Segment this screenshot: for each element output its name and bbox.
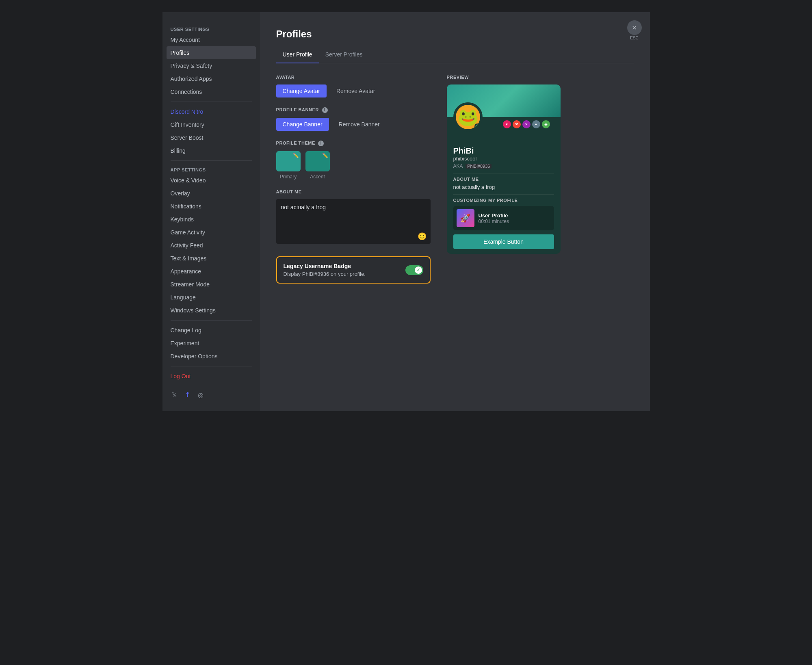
user-settings-label: USER SETTINGS — [167, 24, 256, 33]
badge-3: ✕ — [522, 120, 531, 128]
twitter-icon[interactable]: 𝕏 — [171, 391, 179, 399]
legacy-badge-text: Legacy Username Badge Display PhiBi#8936… — [284, 263, 366, 277]
badge-5: ◉ — [542, 120, 550, 128]
sidebar-item-keybinds[interactable]: Keybinds — [167, 213, 256, 226]
profile-avatar-area: 🐸 ♥ ❤ ✕ ● ◉ — [447, 117, 561, 128]
profile-info: PhiBi phibiscool AKA PhiBi#8936 ABOUT ME… — [447, 128, 561, 254]
toggle-track[interactable]: ✓ — [405, 265, 423, 275]
sidebar-item-developer-options[interactable]: Developer Options — [167, 350, 256, 363]
activity-info: User Profile 00:01 minutes — [479, 212, 551, 224]
close-container[interactable]: × ESC — [627, 20, 642, 40]
sidebar-item-gift-inventory[interactable]: Gift Inventory — [167, 118, 256, 131]
theme-accent-swatch[interactable]: ✏️ — [305, 151, 330, 171]
sidebar-item-change-log[interactable]: Change Log — [167, 324, 256, 337]
activity-thumbnail: 🚀 — [457, 209, 474, 227]
example-button[interactable]: Example Button — [453, 234, 554, 249]
sidebar-item-privacy[interactable]: Privacy & Safety — [167, 59, 256, 72]
banner-info-icon[interactable]: i — [322, 107, 328, 113]
preview-label: PREVIEW — [447, 75, 569, 80]
sidebar-item-authorized-apps[interactable]: Authorized Apps — [167, 72, 256, 85]
activity-title: User Profile — [479, 212, 551, 219]
sidebar-divider-2 — [171, 160, 252, 161]
change-banner-button[interactable]: Change Banner — [276, 118, 329, 131]
remove-avatar-button[interactable]: Remove Avatar — [330, 84, 381, 97]
online-status-dot — [474, 123, 480, 129]
badge-1: ♥ — [503, 120, 511, 128]
tab-user-profile[interactable]: User Profile — [276, 48, 319, 63]
legacy-badge-section: Legacy Username Badge Display PhiBi#8936… — [276, 256, 431, 284]
content-right: PREVIEW 🐸 ♥ ❤ ✕ ● — [447, 75, 569, 284]
sidebar-item-voice-video[interactable]: Voice & Video — [167, 174, 256, 187]
sidebar-item-activity-feed[interactable]: Activity Feed — [167, 239, 256, 252]
theme-primary-item: ✏️ Primary — [276, 151, 301, 180]
settings-container: USER SETTINGS My Account Profiles Privac… — [162, 12, 650, 411]
avatar-button-group: Change Avatar Remove Avatar — [276, 84, 431, 97]
sidebar-item-text-images[interactable]: Text & Images — [167, 252, 256, 265]
tab-server-profiles[interactable]: Server Profiles — [319, 48, 369, 63]
remove-banner-button[interactable]: Remove Banner — [332, 118, 386, 131]
primary-edit-icon: ✏️ — [293, 153, 299, 158]
sidebar-item-experiment[interactable]: Experiment — [167, 337, 256, 350]
sidebar-divider-4 — [171, 366, 252, 366]
about-section-label: ABOUT ME — [276, 189, 431, 194]
sidebar-item-windows-settings[interactable]: Windows Settings — [167, 304, 256, 317]
theme-primary-label: Primary — [280, 174, 297, 180]
sidebar-divider-3 — [171, 320, 252, 321]
social-links: 𝕏 f ◎ — [167, 387, 256, 403]
badge-2: ❤ — [513, 120, 521, 128]
sidebar-item-appearance[interactable]: Appearance — [167, 265, 256, 278]
sidebar-item-discord-nitro[interactable]: Discord Nitro — [167, 105, 256, 118]
page-title: Profiles — [276, 28, 634, 40]
legacy-badge-toggle[interactable]: ✓ — [405, 265, 423, 275]
toggle-thumb: ✓ — [415, 266, 422, 274]
esc-label: ESC — [630, 36, 639, 40]
sidebar-item-notifications[interactable]: Notifications — [167, 200, 256, 213]
profile-aka-tag: PhiBi#8936 — [466, 164, 492, 169]
sidebar-item-game-activity[interactable]: Game Activity — [167, 226, 256, 239]
profile-customizing-label: CUSTOMIZING MY PROFILE — [453, 198, 554, 203]
profile-aka: AKA PhiBi#8936 — [453, 163, 554, 169]
theme-info-icon[interactable]: i — [318, 141, 324, 146]
profile-divider-2 — [453, 194, 554, 195]
main-content: × ESC Profiles User Profile Server Profi… — [260, 12, 650, 411]
theme-primary-swatch[interactable]: ✏️ — [276, 151, 301, 171]
banner-button-group: Change Banner Remove Banner — [276, 118, 431, 131]
change-avatar-button[interactable]: Change Avatar — [276, 84, 327, 97]
sidebar-item-streamer-mode[interactable]: Streamer Mode — [167, 278, 256, 291]
profile-avatar: 🐸 — [453, 102, 483, 132]
profile-display-name: PhiBi — [453, 146, 554, 156]
sidebar-divider-1 — [171, 102, 252, 102]
content-left: AVATAR Change Avatar Remove Avatar PROFI… — [276, 75, 431, 284]
sidebar-item-connections[interactable]: Connections — [167, 85, 256, 98]
sidebar: USER SETTINGS My Account Profiles Privac… — [162, 12, 260, 411]
profile-about-label: ABOUT ME — [453, 177, 554, 182]
toggle-check-icon: ✓ — [417, 268, 420, 272]
close-button[interactable]: × — [627, 20, 642, 35]
profile-activity: 🚀 User Profile 00:01 minutes — [453, 206, 554, 230]
sidebar-item-profiles[interactable]: Profiles — [167, 46, 256, 59]
sidebar-item-my-account[interactable]: My Account — [167, 33, 256, 46]
badge-4: ● — [532, 120, 540, 128]
theme-accent-item: ✏️ Accent — [305, 151, 330, 180]
about-me-container: not actually a frog 🙂 — [276, 199, 431, 245]
sidebar-item-billing[interactable]: Billing — [167, 144, 256, 157]
legacy-badge-title: Legacy Username Badge — [284, 263, 366, 269]
content-columns: AVATAR Change Avatar Remove Avatar PROFI… — [276, 75, 634, 284]
profile-username: phibiscool — [453, 156, 554, 162]
sidebar-item-server-boost[interactable]: Server Boost — [167, 131, 256, 144]
emoji-button[interactable]: 🙂 — [418, 232, 427, 241]
profile-about-text: not actually a frog — [453, 184, 554, 190]
app-settings-label: APP SETTINGS — [167, 164, 256, 174]
facebook-icon[interactable]: f — [184, 391, 192, 399]
profile-divider-1 — [453, 173, 554, 173]
instagram-icon[interactable]: ◎ — [197, 391, 205, 399]
activity-icon: 🚀 — [460, 213, 470, 223]
avatar-section-label: AVATAR — [276, 75, 431, 80]
theme-accent-label: Accent — [310, 174, 325, 180]
sidebar-item-log-out[interactable]: Log Out — [167, 370, 256, 383]
about-me-input[interactable]: not actually a frog — [276, 199, 431, 244]
tabs: User Profile Server Profiles — [276, 48, 634, 63]
activity-time: 00:01 minutes — [479, 219, 551, 224]
sidebar-item-language[interactable]: Language — [167, 291, 256, 304]
sidebar-item-overlay[interactable]: Overlay — [167, 187, 256, 200]
